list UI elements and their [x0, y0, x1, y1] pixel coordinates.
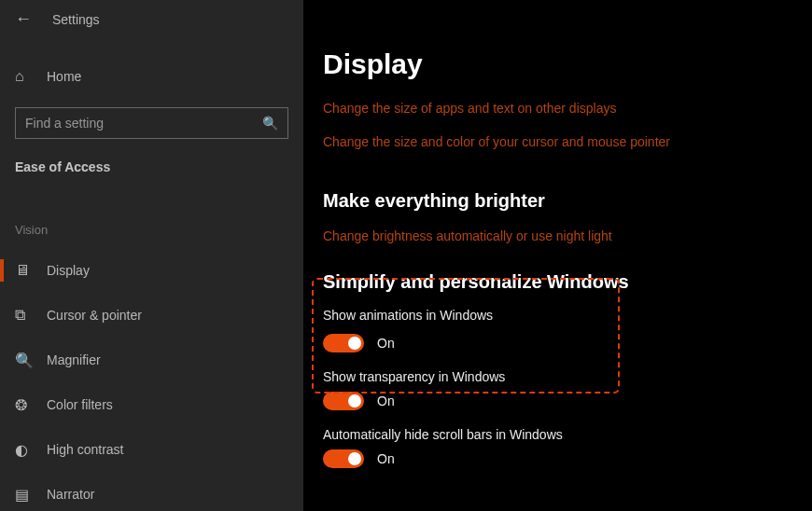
toggle-knob-icon — [348, 394, 361, 407]
search-icon: 🔍 — [262, 116, 278, 131]
category-title: Ease of Access — [0, 139, 303, 174]
toggle-scrollbars[interactable] — [323, 449, 364, 468]
toggle-animations[interactable] — [323, 334, 364, 352]
home-icon: ⌂ — [15, 68, 37, 85]
heading-brightness: Make everything brighter — [323, 190, 771, 212]
color-filters-icon: ❂ — [15, 396, 37, 414]
sidebar-top: ← Settings — [0, 0, 303, 38]
search-input[interactable] — [25, 116, 262, 131]
page-title: Settings — [52, 12, 100, 27]
home-label: Home — [47, 69, 81, 84]
heading-simplify: Simplify and personalize Windows — [323, 271, 771, 293]
label-animations: Show animations in Windows — [323, 308, 771, 323]
sidebar-item-label: Display — [47, 263, 90, 278]
sidebar-item-display[interactable]: 🖥 Display — [0, 248, 303, 293]
display-icon: 🖥 — [15, 262, 37, 279]
label-transparency: Show transparency in Windows — [323, 369, 771, 384]
sidebar-item-cursor[interactable]: ⧉ Cursor & pointer — [0, 293, 303, 338]
settings-sidebar: ← Settings ⌂ Home 🔍 Ease of Access Visio… — [0, 0, 303, 511]
high-contrast-icon: ◐ — [15, 441, 37, 459]
sidebar-item-high-contrast[interactable]: ◐ High contrast — [0, 427, 303, 472]
link-cursor-color[interactable]: Change the size and color of your cursor… — [323, 134, 771, 149]
sidebar-item-label: Narrator — [47, 487, 94, 502]
toggle-knob-icon — [348, 452, 361, 465]
toggle-animations-row: On — [323, 334, 771, 352]
toggle-scrollbars-state: On — [377, 451, 395, 466]
sidebar-item-magnifier[interactable]: 🔍 Magnifier — [0, 338, 303, 382]
toggle-animations-state: On — [377, 336, 395, 351]
sidebar-item-label: Magnifier — [47, 352, 101, 367]
search-box[interactable]: 🔍 — [15, 107, 288, 139]
toggle-transparency-state: On — [377, 394, 395, 408]
link-brightness[interactable]: Change brightness automatically or use n… — [323, 228, 771, 243]
narrator-icon: ▤ — [15, 486, 37, 504]
toggle-knob-icon — [348, 337, 361, 350]
sidebar-item-label: High contrast — [47, 442, 123, 457]
sidebar-item-label: Color filters — [47, 397, 113, 412]
magnifier-icon: 🔍 — [15, 352, 37, 369]
cursor-icon: ⧉ — [15, 307, 37, 324]
heading-display: Display — [323, 48, 771, 80]
toggle-transparency-row: On — [323, 392, 771, 410]
link-app-size[interactable]: Change the size of apps and text on othe… — [323, 101, 771, 116]
toggle-scrollbars-row: On — [323, 449, 771, 468]
label-scrollbars: Automatically hide scroll bars in Window… — [323, 427, 771, 442]
subcategory-title: Vision — [0, 174, 303, 248]
toggle-transparency[interactable] — [323, 392, 364, 410]
sidebar-item-color-filters[interactable]: ❂ Color filters — [0, 382, 303, 427]
back-arrow-icon[interactable]: ← — [15, 9, 34, 29]
sidebar-home[interactable]: ⌂ Home — [0, 55, 303, 98]
content-area: Display Change the size of apps and text… — [323, 0, 812, 511]
sidebar-item-narrator[interactable]: ▤ Narrator — [0, 472, 303, 511]
sidebar-item-label: Cursor & pointer — [47, 308, 142, 323]
